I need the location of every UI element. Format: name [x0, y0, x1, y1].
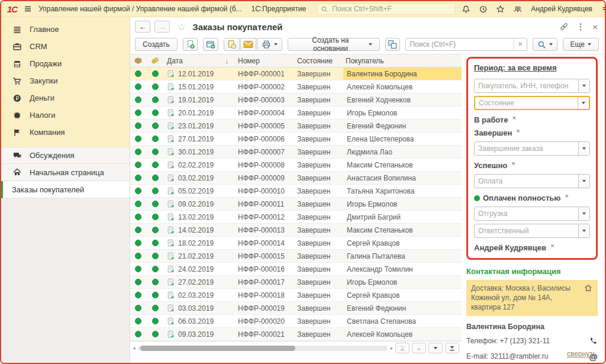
- related-documents-button[interactable]: [385, 38, 401, 51]
- get-link-icon[interactable]: [559, 22, 569, 31]
- list-search-input[interactable]: [406, 40, 513, 49]
- scroll-left-icon[interactable]: ◂: [133, 345, 136, 351]
- number-column-header[interactable]: Номер: [236, 57, 295, 65]
- new-window-button[interactable]: [203, 38, 218, 51]
- remove-tag-icon[interactable]: ×: [565, 192, 568, 199]
- table-row[interactable]: 20.01.2019 НФФР-000004 Завершен Игорь Ер…: [130, 107, 462, 120]
- table-row[interactable]: 09.02.2019 НФФР-000011 Завершен Игорь Ер…: [130, 198, 462, 211]
- customer-filter-input[interactable]: [475, 79, 578, 92]
- sidebar-item-home-page[interactable]: Начальная страница: [1, 164, 130, 181]
- flag-icon: [12, 128, 22, 137]
- state-filter-input[interactable]: [475, 97, 578, 109]
- shipment-filter-input[interactable]: [475, 207, 578, 220]
- period-link[interactable]: Период: за все время: [474, 63, 557, 72]
- sidebar-item-dengi[interactable]: Деньги: [1, 89, 130, 107]
- current-user-name[interactable]: Андрей Кудрявцев: [531, 5, 592, 13]
- list-search-field[interactable]: ×: [405, 38, 527, 51]
- copy-create-button[interactable]: [183, 38, 198, 51]
- table-row[interactable]: 02.03.2019 НФФР-000018 Завершен Сергей К…: [130, 289, 462, 302]
- sidebar-item-glavnoe[interactable]: Главное: [1, 21, 130, 38]
- more-button[interactable]: Еще: [563, 38, 599, 51]
- table-row[interactable]: 30.01.2019 НФФР-000007 Завершен Людмила …: [130, 146, 462, 159]
- customer-dropdown-button[interactable]: [578, 79, 589, 92]
- forward-button[interactable]: →: [154, 21, 170, 33]
- table-row[interactable]: 23.01.2019 НФФР-000005 Завершен Евгений …: [130, 120, 462, 133]
- state-dropdown-button[interactable]: [578, 97, 589, 109]
- table-row[interactable]: 02.02.2019 НФФР-000008 Завершен Максим С…: [130, 159, 462, 172]
- send-email-button[interactable]: [240, 38, 256, 51]
- horizontal-scrollbar[interactable]: [138, 346, 388, 351]
- clear-search-icon[interactable]: ×: [514, 38, 527, 50]
- users-icon[interactable]: [513, 5, 523, 14]
- history-icon[interactable]: [479, 5, 488, 14]
- payment-dropdown-button[interactable]: [578, 175, 589, 188]
- favorite-star-icon[interactable]: ☆: [177, 21, 186, 33]
- shipment-column-header[interactable]: [130, 56, 146, 65]
- sidebar-item-crm[interactable]: CRM: [1, 38, 130, 55]
- next-page-button[interactable]: [428, 343, 443, 353]
- sidebar-item-kompaniya[interactable]: Компания: [1, 124, 130, 141]
- previous-page-button[interactable]: [412, 343, 426, 353]
- sidebar-item-customer-orders[interactable]: Заказы покупателей: [1, 181, 130, 198]
- favorites-star-icon[interactable]: [496, 5, 505, 14]
- sidebar-item-label: Компания: [30, 128, 65, 137]
- table-row[interactable]: 14.02.2019 НФФР-000013 Завершен Максим С…: [130, 224, 462, 237]
- print-button[interactable]: [257, 38, 282, 51]
- remove-tag-icon[interactable]: ×: [512, 114, 515, 121]
- shipment-dropdown-button[interactable]: [578, 207, 589, 220]
- notifications-bell-icon[interactable]: [462, 5, 470, 14]
- payment-filter-input[interactable]: [475, 175, 578, 188]
- table-row[interactable]: 09.03.2019 НФФР-000021 Завершен Алексей …: [130, 328, 462, 341]
- payment-status-dot: [146, 331, 165, 337]
- completion-dropdown-button[interactable]: [578, 142, 589, 155]
- table-row[interactable]: 27.02.2019 НФФР-000017 Завершен Игорь Ер…: [130, 276, 462, 289]
- responsible-filter-input[interactable]: [475, 224, 578, 237]
- create-button[interactable]: Создать: [135, 38, 178, 51]
- sidebar-item-discussions[interactable]: Обсуждения: [1, 147, 130, 164]
- table-row[interactable]: 27.01.2019 НФФР-000006 Завершен Елена Ше…: [130, 133, 462, 146]
- table-row[interactable]: 03.03.2019 НФФР-000019 Завершен Евгений …: [130, 302, 462, 315]
- table-row[interactable]: 18.02.2019 НФФР-000014 Завершен Сергей К…: [130, 237, 462, 250]
- table-row[interactable]: 12.01.2019 НФФР-000001 Завершен Валентин…: [130, 67, 462, 80]
- create-based-on-button[interactable]: Создать на основании: [288, 38, 379, 51]
- scroll-right-icon[interactable]: ▸: [390, 345, 393, 351]
- service-settings-icon[interactable]: [601, 5, 606, 14]
- global-search-input[interactable]: [331, 4, 452, 14]
- table-row[interactable]: 03.02.2019 НФФР-000009 Завершен Анастаси…: [130, 172, 462, 185]
- search-settings-button[interactable]: [533, 38, 557, 51]
- table-row[interactable]: 21.02.2019 НФФР-000015 Завершен Галина П…: [130, 250, 462, 263]
- event-document-button[interactable]: [224, 38, 240, 51]
- completion-filter-input[interactable]: [475, 142, 578, 155]
- scrollbar-thumb[interactable]: [140, 346, 295, 351]
- sidebar-item-zakupki[interactable]: Закупки: [1, 72, 130, 89]
- remove-tag-icon[interactable]: ×: [550, 242, 554, 249]
- go-to-end-button[interactable]: [445, 343, 459, 353]
- collapse-link[interactable]: свернуть: [567, 350, 597, 358]
- remove-tag-icon[interactable]: ×: [516, 127, 520, 134]
- more-dots-icon[interactable]: [579, 22, 582, 31]
- table-row[interactable]: 06.03.2019 НФФР-000020 Завершен Светлана…: [130, 315, 462, 328]
- sidebar-panels: Обсуждения Начальная страница Заказы пок…: [1, 147, 130, 198]
- responsible-dropdown-button[interactable]: [578, 224, 589, 237]
- table-row[interactable]: 15.01.2019 НФФР-000002 Завершен Алексей …: [130, 80, 462, 94]
- payment-column-header[interactable]: [146, 56, 165, 65]
- delivery-address-box[interactable]: Доставка: Москва г, Василисы Кожиной ул,…: [466, 280, 598, 316]
- related-documents-icon: [388, 40, 397, 49]
- phone-icon[interactable]: [589, 337, 598, 346]
- go-to-top-button[interactable]: [395, 343, 410, 353]
- state-column-header[interactable]: Состояние: [295, 57, 343, 65]
- sidebar-item-nalogi[interactable]: Налоги: [1, 107, 130, 124]
- document-posted-icon: [167, 70, 175, 78]
- table-row[interactable]: 13.02.2019 НФФР-000012 Завершен Дмитрий …: [130, 211, 462, 224]
- table-row[interactable]: 24.02.2019 НФФР-000016 Завершен Александ…: [130, 263, 462, 276]
- global-search-field[interactable]: [317, 3, 456, 15]
- date-column-header[interactable]: Дата ↓: [165, 57, 236, 65]
- main-menu-hamburger-icon[interactable]: [23, 4, 33, 14]
- table-row[interactable]: 19.01.2019 НФФР-000003 Завершен Евгений …: [130, 94, 462, 107]
- close-form-icon[interactable]: ×: [592, 22, 598, 32]
- remove-tag-icon[interactable]: ×: [511, 160, 515, 167]
- sidebar-item-prodazhi[interactable]: Продажи: [1, 55, 130, 72]
- back-button[interactable]: ←: [135, 21, 150, 33]
- customer-column-header[interactable]: Покупатель: [343, 57, 462, 65]
- table-row[interactable]: 05.02.2019 НФФР-000010 Завершен Татьяна …: [130, 185, 462, 198]
